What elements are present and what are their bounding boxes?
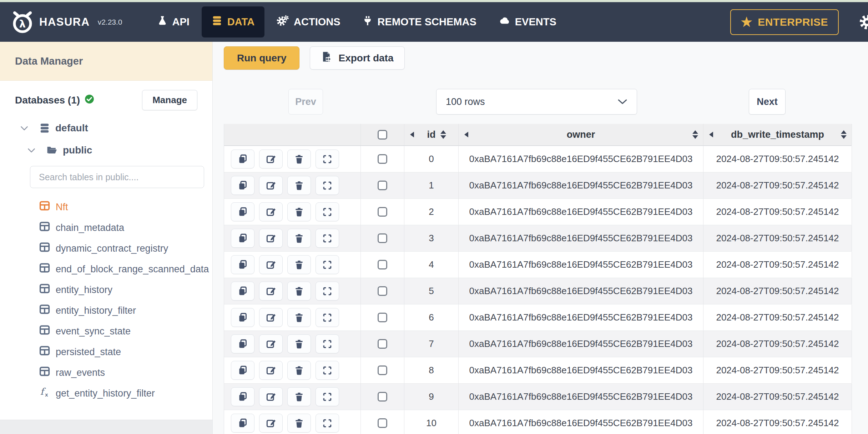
delete-row-button[interactable] xyxy=(287,414,311,433)
delete-row-button[interactable] xyxy=(287,176,311,195)
delete-row-button[interactable] xyxy=(287,387,311,406)
delete-row-button[interactable] xyxy=(287,150,311,168)
settings-gear-icon[interactable] xyxy=(859,14,868,30)
chevron-down-icon[interactable] xyxy=(27,148,36,153)
expand-row-button[interactable] xyxy=(316,229,339,248)
delete-row-button[interactable] xyxy=(287,361,311,380)
sidebar-table-dynamic-contract-registry[interactable]: dynamic_contract_registry xyxy=(39,238,212,259)
edit-row-button[interactable] xyxy=(259,229,283,248)
sort-icon[interactable] xyxy=(440,130,446,139)
expand-row-button[interactable] xyxy=(316,361,339,380)
row-checkbox[interactable] xyxy=(378,181,387,190)
row-checkbox[interactable] xyxy=(378,207,387,217)
nav-tab-events[interactable]: EVENTS xyxy=(489,6,566,37)
row-checkbox[interactable] xyxy=(378,339,387,349)
tree-node-schema-public[interactable]: public xyxy=(27,145,212,156)
table-row: 5 0xaBA7161A7fb69c88e16ED9f455CE62B791EE… xyxy=(224,278,852,304)
collapse-column-icon[interactable] xyxy=(410,132,414,137)
hasura-logo-icon[interactable]: λ xyxy=(11,10,34,34)
expand-row-button[interactable] xyxy=(316,387,339,406)
clone-row-button[interactable] xyxy=(231,361,254,380)
row-timestamp-cell: 2024-08-27T09:50:57.245142 xyxy=(703,278,852,304)
delete-row-button[interactable] xyxy=(287,308,311,327)
nav-tab-data[interactable]: DATA xyxy=(202,6,264,37)
rows-per-page-select[interactable]: 100 rows xyxy=(436,89,637,115)
row-checkbox[interactable] xyxy=(378,286,387,296)
delete-row-button[interactable] xyxy=(287,229,311,248)
row-checkbox[interactable] xyxy=(378,260,387,269)
edit-row-button[interactable] xyxy=(259,387,283,406)
edit-row-button[interactable] xyxy=(259,334,283,353)
collapse-column-icon[interactable] xyxy=(709,132,713,137)
delete-row-button[interactable] xyxy=(287,282,311,301)
expand-row-button[interactable] xyxy=(316,150,339,168)
tree-node-database-default[interactable]: default xyxy=(20,122,212,134)
clone-row-button[interactable] xyxy=(231,202,254,221)
collapse-column-icon[interactable] xyxy=(464,132,468,137)
expand-row-button[interactable] xyxy=(316,202,339,221)
column-header-id[interactable]: id xyxy=(404,124,459,145)
expand-row-button[interactable] xyxy=(316,255,339,274)
chevron-down-icon[interactable] xyxy=(20,126,29,131)
edit-row-button[interactable] xyxy=(259,282,283,301)
sidebar-table-nft[interactable]: Nft xyxy=(39,197,212,217)
clone-row-button[interactable] xyxy=(231,414,254,433)
prev-page-button[interactable]: Prev xyxy=(288,89,323,115)
nav-tab-actions[interactable]: ACTIONS xyxy=(267,6,350,37)
sidebar-table-chain-metadata[interactable]: chain_metadata xyxy=(39,217,212,238)
row-id-cell: 2 xyxy=(404,199,459,225)
sidebar-table-entity-history-filter[interactable]: entity_history_filter xyxy=(39,300,212,321)
delete-row-button[interactable] xyxy=(287,255,311,274)
row-checkbox[interactable] xyxy=(378,418,387,428)
edit-row-button[interactable] xyxy=(259,414,283,433)
clone-row-button[interactable] xyxy=(231,150,254,168)
clone-row-button[interactable] xyxy=(231,229,254,248)
row-checkbox[interactable] xyxy=(378,154,387,164)
select-all-checkbox[interactable] xyxy=(378,130,387,140)
nav-tab-remote-schemas[interactable]: REMOTE SCHEMAS xyxy=(353,6,486,37)
nav-tab-api[interactable]: API xyxy=(147,6,200,37)
clone-row-button[interactable] xyxy=(231,176,254,195)
edit-row-button[interactable] xyxy=(259,202,283,221)
enterprise-button[interactable]: ★ ENTERPRISE xyxy=(730,9,839,35)
edit-row-button[interactable] xyxy=(259,361,283,380)
clone-row-button[interactable] xyxy=(231,334,254,353)
expand-row-button[interactable] xyxy=(316,282,339,301)
search-tables-input[interactable] xyxy=(30,166,204,188)
column-header-db-write-timestamp[interactable]: db_write_timestamp xyxy=(703,124,852,145)
manage-button[interactable]: Manage xyxy=(142,90,197,110)
export-data-button[interactable]: Export data xyxy=(310,46,404,70)
edit-row-button[interactable] xyxy=(259,176,283,195)
row-checkbox[interactable] xyxy=(378,233,387,243)
sort-icon[interactable] xyxy=(841,130,847,139)
clone-row-button[interactable] xyxy=(231,308,254,327)
expand-row-button[interactable] xyxy=(316,176,339,195)
next-page-button[interactable]: Next xyxy=(749,89,786,115)
delete-row-button[interactable] xyxy=(287,334,311,353)
expand-row-button[interactable] xyxy=(316,414,339,433)
row-checkbox[interactable] xyxy=(378,365,387,375)
enterprise-label: ENTERPRISE xyxy=(758,16,828,28)
run-query-button[interactable]: Run query xyxy=(224,46,299,70)
sidebar-table-persisted-state[interactable]: persisted_state xyxy=(39,342,212,362)
edit-row-button[interactable] xyxy=(259,255,283,274)
sidebar: Data Manager Databases (1) Manage defaul… xyxy=(0,42,213,434)
edit-row-button[interactable] xyxy=(259,308,283,327)
sidebar-table-event-sync-state[interactable]: event_sync_state xyxy=(39,321,212,342)
sidebar-table-entity-history[interactable]: entity_history xyxy=(39,279,212,300)
expand-row-button[interactable] xyxy=(316,334,339,353)
column-header-owner[interactable]: owner xyxy=(459,124,703,145)
sort-icon[interactable] xyxy=(692,130,698,139)
sidebar-function-get-entity-history-filter[interactable]: fx get_entity_history_filter xyxy=(39,383,212,404)
row-checkbox[interactable] xyxy=(378,313,387,322)
clone-row-button[interactable] xyxy=(231,282,254,301)
row-checkbox[interactable] xyxy=(378,392,387,402)
sidebar-table-raw-events[interactable]: raw_events xyxy=(39,362,212,383)
delete-row-button[interactable] xyxy=(287,202,311,221)
expand-row-button[interactable] xyxy=(316,308,339,327)
clone-row-button[interactable] xyxy=(231,387,254,406)
sidebar-table-end-of-block-range-scanned-data[interactable]: end_of_block_range_scanned_data xyxy=(39,259,212,279)
table-name: chain_metadata xyxy=(56,222,124,233)
edit-row-button[interactable] xyxy=(259,150,283,168)
clone-row-button[interactable] xyxy=(231,255,254,274)
